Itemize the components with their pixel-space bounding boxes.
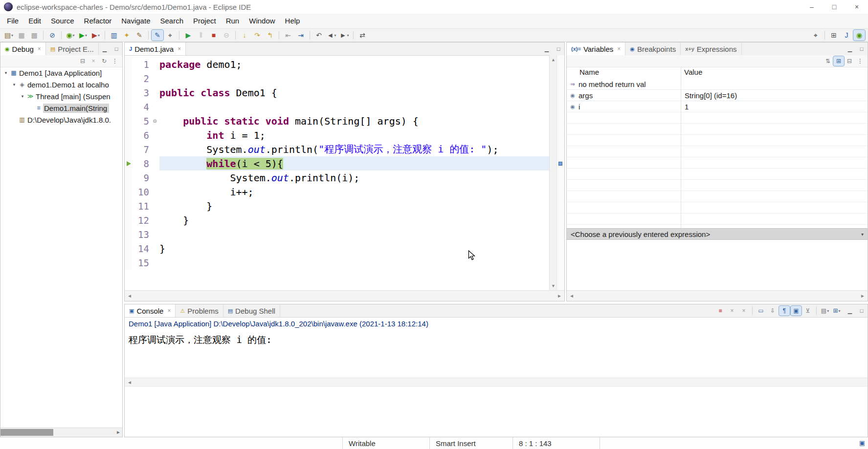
scroll-right-icon[interactable]: ► [860,293,865,299]
scrollbar-thumb[interactable] [0,429,53,436]
console-area-tab-console[interactable]: ▣Console× [125,304,176,317]
display-selected-console-button[interactable]: ▤▾ [820,306,830,316]
console-area-tab-debug-shell[interactable]: ▤Debug Shell [223,304,280,317]
use-step-filters-button[interactable]: ⇥ [295,30,307,41]
code-line[interactable]: 4 [125,100,549,114]
menu-refactor[interactable]: Refactor [79,14,117,28]
view-menu-button[interactable]: ⋮ [110,56,120,66]
open-type-button[interactable]: ✎ [134,30,145,41]
show-type-names-button[interactable]: ⇅ [823,56,833,66]
code-line[interactable]: 3public class Demo1 { [125,86,549,100]
editor-minimize-button[interactable]: ▁ [541,43,553,55]
new-wizard-dropdown-icon[interactable]: ▾ [11,33,13,38]
menu-project[interactable]: Project [188,14,221,28]
code-line[interactable]: 15 [125,256,549,270]
show-on-stdout-button[interactable]: ▣ [791,306,801,316]
editor-vertical-scrollbar[interactable]: ▲ ▼ [549,55,557,290]
menu-window[interactable]: Window [244,14,280,28]
tree-expander-icon[interactable]: ▾ [2,70,9,75]
coverage-button[interactable]: ▶▾ [90,30,102,41]
name-column-header[interactable]: Name [579,68,599,76]
step-into-button[interactable]: ↓ [239,30,250,41]
search-menu-button[interactable]: ⌖ [164,30,176,41]
disconnect-button[interactable]: ⊝ [221,30,232,41]
status-corner-icon[interactable]: ▣ [859,439,865,447]
code-line[interactable]: 12 } [125,213,549,227]
column-divider[interactable] [681,67,681,228]
pin-console-button[interactable]: ⊻ [802,306,813,316]
scroll-left-icon[interactable]: ◄ [127,380,132,385]
drop-to-frame-button[interactable]: ⇤ [282,30,294,41]
create-element-button[interactable]: ✦ [121,30,133,41]
terminate-button[interactable]: ■ [208,30,220,41]
value-column-header[interactable]: Value [684,68,702,76]
toggle-mark-occurrences-button[interactable]: ✎ [152,30,163,41]
resume-button[interactable]: ▶ [182,30,194,41]
menu-file[interactable]: File [2,14,23,28]
suspend-button[interactable]: ‖ [195,30,207,41]
coverage-dropdown-icon[interactable]: ▾ [98,33,100,38]
debug-dropdown-icon[interactable]: ▾ [73,33,75,38]
remove-launch-button[interactable]: × [727,306,737,316]
console-view-minimize-button[interactable]: ▁ [844,304,856,317]
search-button[interactable]: ⌖ [810,30,822,41]
run-button[interactable]: ▶▾ [77,30,89,41]
scroll-up-icon[interactable]: ▲ [552,57,555,62]
debug-view-minimize-button[interactable]: ▁ [99,43,111,55]
tree-expander-icon[interactable]: ▾ [19,94,26,99]
scroll-left-icon[interactable]: ◄ [569,293,574,299]
code-line[interactable]: 14} [125,241,549,256]
vars-area-tab-expressions[interactable]: x+yExpressions [681,43,741,55]
link-with-editor-button[interactable]: ⇄ [356,30,368,41]
step-over-button[interactable]: ↷ [251,30,263,41]
open-perspective-button[interactable]: ⊞ [828,30,840,41]
back-dropdown-icon[interactable]: ▾ [334,33,336,38]
debug-tree-item-d-develop-java-jdk1-8-0[interactable]: ▥D:\Develop\Java\jdk1.8.0. [0,114,122,126]
close-demo1-java-tab-icon[interactable]: × [178,45,181,52]
open-console-button[interactable]: ⊞▾ [831,306,842,316]
save-all-button[interactable]: ▩ [28,30,40,41]
console-area-tab-problems[interactable]: ⚠Problems [176,304,223,317]
debug-button[interactable]: ◉▾ [65,30,76,41]
save-button[interactable]: ▦ [16,30,27,41]
window-maximize-button[interactable]: □ [823,0,846,14]
open-console-dropdown-icon[interactable]: ▾ [839,309,841,313]
expression-entry-bar[interactable]: <Choose a previously entered expression>… [567,228,868,240]
code-line[interactable]: 10 i++; [125,185,549,199]
debug-tree-item-thread-main-suspen[interactable]: ▾≫Thread [main] (Suspen [0,90,122,102]
close-console-tab-icon[interactable]: × [167,307,171,314]
last-edit-location-button[interactable]: ↶ [313,30,325,41]
debug-area-tab-project-e[interactable]: ▤Project E... [46,43,99,55]
word-wrap-button[interactable]: ¶ [779,306,790,316]
code-line[interactable]: 13 [125,227,549,241]
scroll-right-icon[interactable]: ► [557,293,562,299]
scroll-left-icon[interactable]: ◄ [127,293,132,299]
console-horizontal-scrollbar[interactable]: ◄ [125,378,868,386]
debug-tree-item-demo1-demo1-at-localho[interactable]: ▾◈demo1.Demo1 at localho [0,79,122,90]
debug-area-tab-debug[interactable]: ◉Debug× [0,43,46,55]
debug-view-maximize-button[interactable]: □ [111,43,122,55]
code-line[interactable]: 9 System.out.println(i); [125,171,549,185]
back-button[interactable]: ◄▾ [326,30,337,41]
remove-all-launches-button[interactable]: × [738,306,749,316]
run-dropdown-icon[interactable]: ▾ [85,33,87,38]
scroll-lock-button[interactable]: ⇩ [767,306,778,316]
code-line[interactable]: 1package demo1; [125,57,549,71]
remove-all-terminated-button[interactable]: × [88,56,99,66]
console-output[interactable]: 程序调试演示，注意观察 i 的值: [125,330,868,381]
chevron-down-icon[interactable]: ▾ [861,232,864,237]
restart-button[interactable]: ↻ [99,56,110,66]
variable-row-args[interactable]: ◉argsString[0] (id=16) [567,90,868,101]
window-minimize-button[interactable]: – [801,0,823,14]
code-line[interactable]: 2 [125,71,549,86]
collapse-all-button[interactable]: ⊟ [844,56,855,66]
debug-perspective-button[interactable]: ◉ [853,30,865,41]
menu-run[interactable]: Run [221,14,245,28]
step-return-button[interactable]: ↰ [264,30,276,41]
variable-row-no-method-return-val[interactable]: ⇒no method return val [567,79,868,90]
editor-tab-demo1-java[interactable]: JDemo1.java× [125,43,186,55]
vars-area-tab-variables[interactable]: (x)=Variables× [567,43,625,55]
debug-tree-item-demo1-java-application[interactable]: ▾▦Demo1 [Java Application] [0,67,122,79]
menu-help[interactable]: Help [280,14,305,28]
variable-row-i[interactable]: ◉i1 [567,101,868,112]
